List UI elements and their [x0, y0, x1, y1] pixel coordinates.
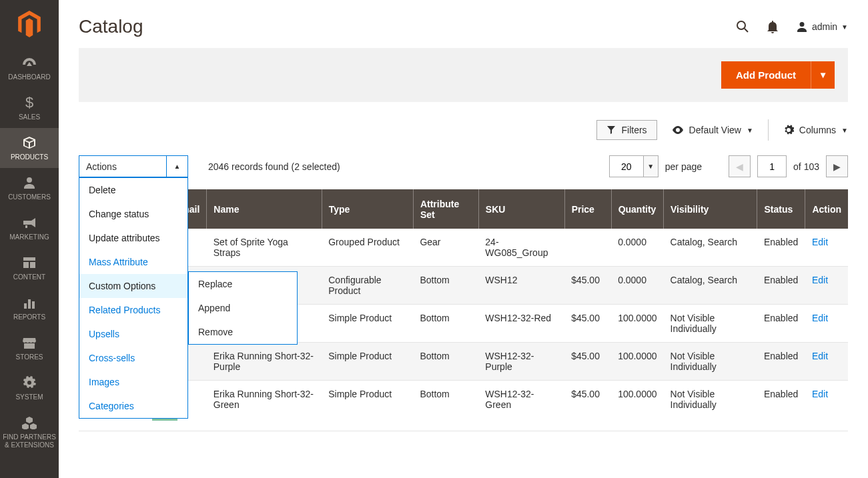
nav-label: DASHBOARD — [8, 73, 50, 81]
cell-qty: 0.0000 — [611, 267, 663, 305]
col-visibility[interactable]: Visibility — [664, 189, 757, 229]
nav-content[interactable]: CONTENT — [0, 248, 59, 288]
edit-link[interactable]: Edit — [812, 389, 828, 399]
nav-label: FIND PARTNERS & EXTENSIONS — [3, 433, 56, 449]
cell-type: Grouped Product — [322, 229, 413, 267]
default-view-button[interactable]: Default View ▼ — [672, 125, 753, 135]
col-status[interactable]: Status — [757, 189, 805, 229]
funnel-icon — [606, 125, 616, 135]
nav-customers[interactable]: CUSTOMERS — [0, 168, 59, 208]
nav-marketing[interactable]: MARKETING — [0, 208, 59, 248]
col-sku[interactable]: SKU — [478, 189, 564, 229]
admin-user[interactable]: admin ▼ — [796, 21, 848, 33]
bars-icon — [23, 295, 36, 311]
col-attrset[interactable]: Attribute Set — [413, 189, 478, 229]
cell-name: Erika Running Short-32-Purple — [207, 343, 322, 381]
action-delete[interactable]: Delete — [79, 178, 187, 202]
edit-link[interactable]: Edit — [812, 237, 828, 247]
col-qty[interactable]: Quantity — [611, 189, 663, 229]
add-product-toggle[interactable]: ▼ — [811, 61, 835, 89]
columns-button[interactable]: Columns ▼ — [783, 125, 848, 135]
cell-qty: 0.0000 — [611, 229, 663, 267]
edit-link[interactable]: Edit — [812, 275, 828, 285]
nav-label: PRODUCTS — [11, 153, 48, 161]
submenu-remove[interactable]: Remove — [189, 320, 297, 344]
current-page-input[interactable] — [757, 155, 787, 177]
megaphone-icon — [22, 215, 37, 231]
actions-dropdown: Actions ▲ Delete Change status Update at… — [79, 155, 188, 177]
table-row[interactable]: Set of Sprite Yoga StrapsGrouped Product… — [79, 229, 848, 267]
submenu-append[interactable]: Append — [189, 296, 297, 320]
chevron-up-icon: ▲ — [166, 155, 187, 177]
layout-icon — [23, 255, 36, 271]
cell-attrset: Bottom — [413, 343, 478, 381]
cell-type: Simple Product — [322, 381, 413, 431]
header: Catalog admin ▼ — [79, 0, 848, 48]
cell-sku: WSH12-32-Red — [478, 305, 564, 343]
cell-status: Enabled — [757, 267, 805, 305]
table-row[interactable]: 2042Erika Running Short-32-GreenSimple P… — [79, 381, 848, 431]
add-product-button[interactable]: Add Product — [721, 61, 811, 89]
chevron-down-icon: ▼ — [841, 127, 848, 134]
col-name[interactable]: Name — [207, 189, 322, 229]
col-price[interactable]: Price — [564, 189, 611, 229]
nav-products[interactable]: PRODUCTS — [0, 128, 59, 168]
action-upsells[interactable]: Upsells — [79, 322, 187, 346]
user-icon — [796, 21, 808, 33]
action-custom-options[interactable]: Custom Options — [79, 274, 187, 298]
bell-icon[interactable] — [767, 20, 779, 33]
edit-link[interactable]: Edit — [812, 351, 828, 361]
storefront-icon — [22, 335, 37, 351]
action-mass-attribute[interactable]: Mass Attribute — [79, 250, 187, 274]
default-view-label: Default View — [689, 125, 741, 135]
submenu-replace[interactable]: Replace — [189, 272, 297, 296]
gauge-icon — [22, 55, 37, 71]
nav-label: STORES — [16, 353, 43, 361]
filters-button[interactable]: Filters — [596, 120, 657, 140]
gear-icon — [23, 375, 36, 391]
dollar-icon: $ — [25, 95, 33, 111]
cell-attrset: Gear — [413, 229, 478, 267]
nav-reports[interactable]: REPORTS — [0, 288, 59, 328]
cell-visibility: Not Visible Individually — [664, 305, 757, 343]
custom-options-submenu: Replace Append Remove — [188, 271, 298, 345]
search-icon[interactable] — [736, 20, 749, 33]
prev-page-button[interactable]: ◀ — [729, 155, 751, 177]
cell-visibility: Not Visible Individually — [664, 343, 757, 381]
person-icon — [23, 175, 35, 191]
nav-dashboard[interactable]: DASHBOARD — [0, 48, 59, 88]
nav-sales[interactable]: $ SALES — [0, 88, 59, 128]
cell-price — [564, 229, 611, 267]
cell-type: Configurable Product — [322, 267, 413, 305]
next-page-button[interactable]: ▶ — [826, 155, 848, 177]
cell-attrset: Bottom — [413, 381, 478, 431]
action-categories[interactable]: Categories — [79, 394, 187, 418]
page-size-input[interactable] — [609, 155, 644, 177]
action-update-attributes[interactable]: Update attributes — [79, 226, 187, 250]
cell-price: $45.00 — [564, 381, 611, 431]
filters-label: Filters — [621, 125, 646, 135]
cell-qty: 100.0000 — [611, 343, 663, 381]
col-type[interactable]: Type — [322, 189, 413, 229]
nav-stores[interactable]: STORES — [0, 328, 59, 368]
nav-system[interactable]: SYSTEM — [0, 368, 59, 408]
cell-price: $45.00 — [564, 267, 611, 305]
edit-link[interactable]: Edit — [812, 313, 828, 323]
toolbar: Filters Default View ▼ Columns ▼ — [79, 119, 848, 141]
action-related-products[interactable]: Related Products — [79, 298, 187, 322]
pager: ▼ per page ◀ of 103 ▶ — [609, 155, 848, 177]
nav-label: SYSTEM — [15, 393, 43, 401]
col-action[interactable]: Action — [805, 189, 848, 229]
logo[interactable] — [0, 0, 59, 48]
action-images[interactable]: Images — [79, 370, 187, 394]
nav-label: CONTENT — [13, 273, 45, 281]
nav-partners[interactable]: FIND PARTNERS & EXTENSIONS — [0, 408, 59, 456]
table-row[interactable]: Erika Running Short-32-PurpleSimple Prod… — [79, 343, 848, 381]
cell-status: Enabled — [757, 305, 805, 343]
main: Catalog admin ▼ Add Product ▼ Filters — [59, 0, 868, 478]
actions-button[interactable]: Actions ▲ — [79, 155, 188, 177]
page-size-toggle[interactable]: ▼ — [644, 155, 659, 177]
action-cross-sells[interactable]: Cross-sells — [79, 346, 187, 370]
action-change-status[interactable]: Change status — [79, 202, 187, 226]
cell-sku: WSH12 — [478, 267, 564, 305]
